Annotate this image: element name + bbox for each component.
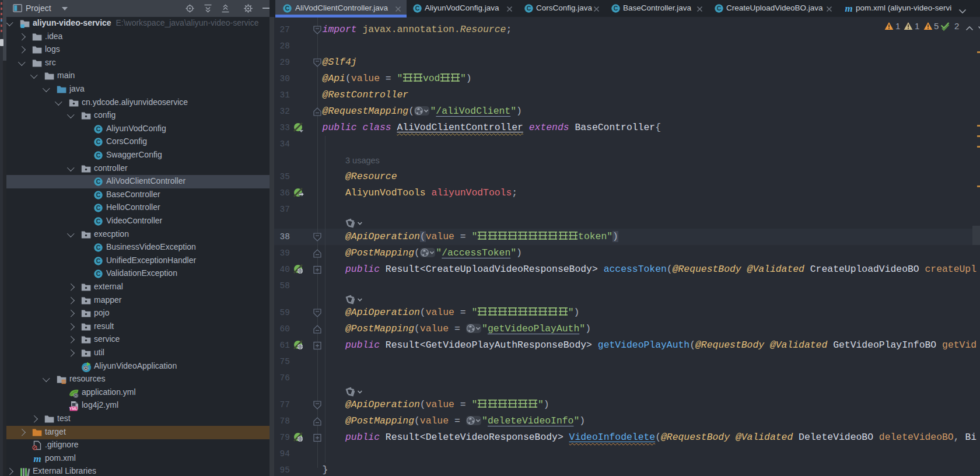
svg-text:C: C bbox=[96, 204, 101, 211]
svg-text:C: C bbox=[96, 191, 101, 198]
svg-text:YML: YML bbox=[69, 407, 79, 411]
svg-text:C: C bbox=[96, 270, 101, 277]
svg-text:m: m bbox=[33, 454, 41, 464]
svg-text:C: C bbox=[415, 5, 420, 12]
svg-text:C: C bbox=[96, 138, 101, 145]
svg-text:C: C bbox=[527, 5, 531, 12]
svg-text:C: C bbox=[96, 152, 101, 159]
svg-text:C: C bbox=[96, 218, 101, 225]
svg-text:C: C bbox=[717, 5, 722, 12]
svg-text:C: C bbox=[96, 125, 101, 132]
svg-text:C: C bbox=[96, 178, 101, 185]
svg-text:C: C bbox=[285, 5, 290, 12]
svg-text:C: C bbox=[614, 5, 618, 12]
svg-text:m: m bbox=[845, 4, 852, 13]
svg-text:C: C bbox=[96, 244, 101, 251]
svg-text:C: C bbox=[96, 257, 101, 264]
